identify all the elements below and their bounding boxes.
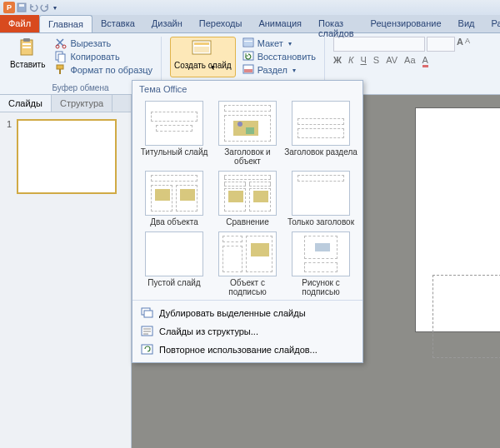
layout-caption: Заголовок раздела (284, 147, 358, 157)
reset-icon (242, 51, 254, 62)
svg-point-22 (238, 122, 242, 127)
layout-title-slide[interactable]: Титульный слайд (138, 101, 211, 166)
new-slide-label: Создать слайд (174, 61, 232, 70)
clipboard-icon (16, 38, 39, 58)
svg-rect-16 (244, 39, 252, 41)
tab-transitions[interactable]: Переходы (191, 15, 251, 32)
svg-rect-10 (57, 65, 63, 69)
layout-caption: Титульный слайд (141, 147, 208, 157)
svg-rect-9 (58, 54, 65, 62)
svg-rect-28 (251, 243, 269, 256)
font-name-combo[interactable] (333, 37, 425, 52)
svg-rect-25 (180, 189, 195, 201)
chevron-down-icon: ▾ (291, 67, 296, 74)
scissors-icon (55, 37, 67, 49)
new-slide-gallery: Тема Office Титульный слайд Заголовок и … (132, 80, 363, 363)
slide-thumbnail[interactable] (17, 119, 117, 194)
copy-button[interactable]: Копировать (53, 50, 154, 63)
change-case-button[interactable]: Aa (404, 55, 415, 67)
ribbon-tabs: Файл Главная Вставка Дизайн Переходы Ани… (0, 15, 500, 33)
save-icon[interactable] (17, 2, 27, 12)
svg-rect-23 (246, 127, 254, 134)
svg-rect-31 (144, 311, 152, 317)
paste-button[interactable]: Вставить (7, 37, 48, 71)
outline-icon (141, 326, 154, 337)
layout-comparison[interactable]: Сравнение (211, 171, 284, 226)
svg-rect-14 (194, 47, 209, 52)
svg-rect-27 (253, 191, 268, 202)
duplicate-icon (141, 307, 154, 319)
bold-button[interactable]: Ж (333, 55, 342, 67)
layout-caption: Два объекта (150, 217, 198, 226)
svg-rect-11 (59, 69, 61, 74)
tab-slideshow[interactable]: Показ слайдов (310, 15, 362, 32)
svg-rect-3 (23, 38, 30, 42)
layout-caption: Рисунок с подписью (284, 278, 358, 296)
slides-from-outline-item[interactable]: Слайды из структуры... (132, 322, 362, 341)
layout-content-caption[interactable]: Объект с подписью (211, 231, 284, 296)
copy-icon (55, 51, 67, 62)
new-slide-icon (191, 39, 214, 59)
tab-design[interactable]: Дизайн (143, 15, 191, 32)
shrink-font-icon[interactable]: A (465, 37, 470, 52)
layout-label: Макет (258, 38, 283, 48)
layout-title-content[interactable]: Заголовок и объект (211, 101, 284, 166)
undo-icon[interactable] (28, 2, 38, 12)
underline-button[interactable]: Ч (361, 55, 367, 67)
format-painter-button[interactable]: Формат по образцу (53, 63, 154, 77)
strikethrough-button[interactable]: S (373, 55, 379, 67)
app-icon: P (3, 2, 15, 13)
slide-panel: Слайды Структура 1 (0, 95, 132, 448)
reuse-label: Повторное использование слайдов... (159, 345, 318, 355)
reset-label: Восстановить (258, 52, 316, 62)
copy-label: Копировать (70, 52, 119, 62)
grow-font-icon[interactable]: A (457, 37, 463, 52)
layout-two-content[interactable]: Два объекта (138, 171, 211, 226)
reset-button[interactable]: Восстановить (241, 50, 318, 63)
paste-label: Вставить (10, 60, 45, 69)
layout-section-header[interactable]: Заголовок раздела (284, 101, 358, 166)
font-size-combo[interactable] (427, 37, 455, 52)
italic-button[interactable]: К (348, 55, 353, 67)
reuse-icon (141, 344, 154, 356)
new-slide-button[interactable]: Создать слайд (170, 37, 236, 77)
tab-animation[interactable]: Анимация (250, 15, 310, 32)
section-button[interactable]: Раздел▾ (241, 63, 318, 77)
qat-dropdown-icon[interactable]: ▾ (52, 4, 58, 12)
tab-home[interactable]: Главная (39, 15, 92, 32)
slide-canvas-white[interactable] (415, 107, 500, 332)
layout-caption: Объект с подписью (211, 278, 284, 296)
layout-picture-caption[interactable]: Рисунок с подписью (284, 231, 358, 296)
cut-label: Вырезать (70, 38, 111, 48)
duplicate-slides-item[interactable]: Дублировать выделенные слайды (132, 304, 362, 322)
font-color-button[interactable]: A (422, 55, 428, 67)
panel-tab-outline[interactable]: Структура (52, 95, 112, 112)
slide-number: 1 (7, 119, 12, 194)
quick-access-toolbar: P ▾ (0, 0, 500, 15)
cut-button[interactable]: Вырезать (53, 37, 154, 50)
svg-point-7 (62, 45, 66, 48)
tab-insert[interactable]: Вставка (92, 15, 143, 32)
reuse-slides-item[interactable]: Повторное использование слайдов... (132, 341, 362, 359)
svg-rect-17 (244, 42, 252, 46)
tab-view[interactable]: Вид (450, 15, 483, 32)
svg-rect-26 (228, 191, 243, 202)
panel-tab-slides[interactable]: Слайды (0, 95, 52, 112)
char-spacing-button[interactable]: AV (386, 55, 398, 67)
layout-caption: Сравнение (226, 217, 268, 226)
svg-rect-4 (22, 43, 31, 45)
layout-button[interactable]: Макет▾ (241, 37, 318, 50)
svg-rect-5 (22, 47, 31, 48)
layout-icon (242, 37, 254, 49)
outline-label: Слайды из структуры... (159, 326, 258, 336)
redo-icon[interactable] (40, 2, 50, 12)
tab-review[interactable]: Рецензирование (362, 15, 450, 32)
gallery-theme-header: Тема Office (132, 81, 362, 97)
layout-blank[interactable]: Пустой слайд (138, 231, 211, 296)
svg-rect-29 (315, 243, 330, 251)
tab-raskad[interactable]: Расклад (482, 15, 500, 32)
section-label: Раздел (258, 65, 288, 75)
layout-title-only[interactable]: Только заголовок (284, 171, 358, 226)
tab-file[interactable]: Файл (0, 15, 39, 32)
layout-caption: Только заголовок (288, 217, 354, 226)
